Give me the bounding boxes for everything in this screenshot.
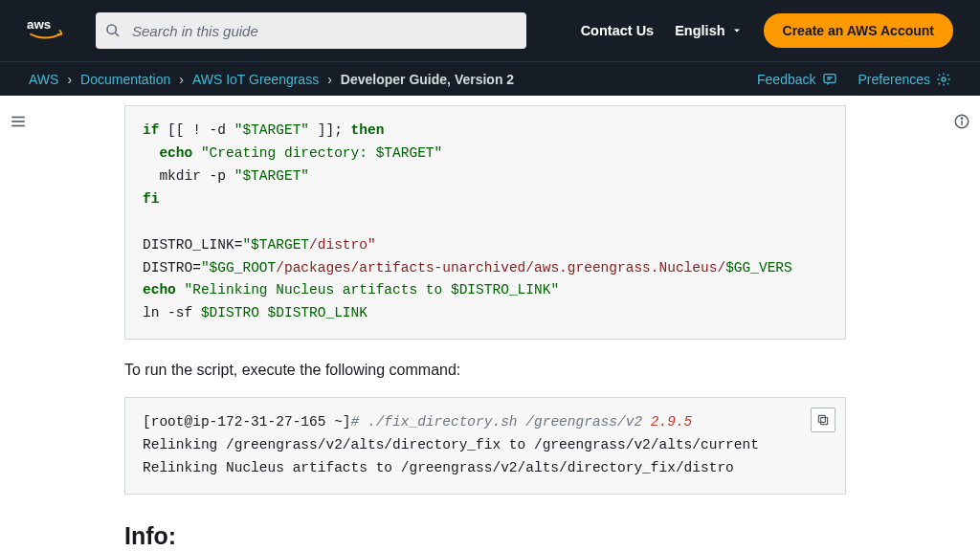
search-icon [105,23,121,38]
preferences-link[interactable]: Preferences [858,72,951,87]
feedback-link[interactable]: Feedback [757,72,836,87]
feedback-label: Feedback [757,72,815,87]
chevron-down-icon [731,25,743,36]
contact-us-link[interactable]: Contact Us [581,23,655,38]
language-label: English [675,23,724,38]
breadcrumb-documentation[interactable]: Documentation [80,72,170,87]
svg-text:aws: aws [27,17,51,32]
search-container [96,12,526,49]
gear-icon [936,72,951,87]
create-account-button[interactable]: Create an AWS Account [764,13,953,48]
preferences-label: Preferences [858,72,930,87]
aws-logo[interactable]: aws [27,16,75,45]
feedback-icon [822,72,837,87]
breadcrumb-iot-greengrass[interactable]: AWS IoT Greengrass [192,72,319,87]
chevron-right-icon: › [67,72,72,87]
breadcrumb-aws[interactable]: AWS [29,72,58,87]
language-selector[interactable]: English [675,23,742,38]
breadcrumb-bar: AWS › Documentation › AWS IoT Greengrass… [0,61,980,96]
svg-point-1 [107,25,116,33]
svg-rect-3 [824,74,835,82]
breadcrumb-current: Developer Guide, Version 2 [341,72,514,87]
top-nav: aws Contact Us English Create an AWS Acc… [0,0,980,61]
search-input[interactable] [96,12,526,49]
chevron-right-icon: › [327,72,332,87]
svg-line-2 [115,33,119,36]
svg-point-4 [942,77,946,81]
chevron-right-icon: › [179,72,184,87]
